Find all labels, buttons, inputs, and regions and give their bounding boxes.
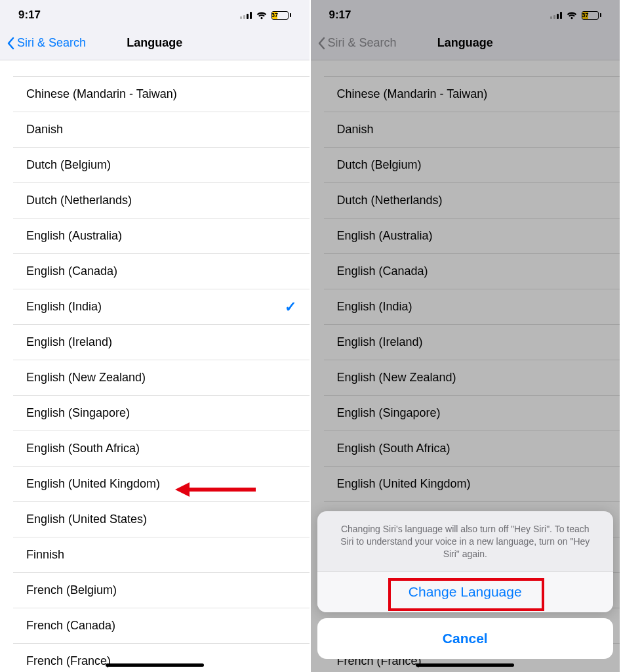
- list-item-label: English (Australia): [26, 229, 122, 243]
- list-item[interactable]: English (South Africa): [324, 431, 620, 467]
- list-item[interactable]: Chinese (Mandarin - Taiwan): [324, 77, 620, 112]
- list-item[interactable]: Dutch (Netherlands): [324, 183, 620, 219]
- language-list-left[interactable]: Chinese (Mandarin - China mainland) Chin…: [0, 60, 310, 672]
- battery-icon: 37: [582, 11, 601, 20]
- list-item[interactable]: English (India)✓: [13, 289, 310, 325]
- list-item[interactable]: Dutch (Netherlands): [13, 183, 310, 219]
- phone-left: 9:17 37 Siri & Search Language Chinese (…: [0, 0, 311, 672]
- list-item[interactable]: English (Australia): [324, 219, 620, 254]
- list-item-label: English (New Zealand): [26, 371, 146, 385]
- clock: 9:17: [329, 9, 351, 22]
- list-item[interactable]: English (Singapore): [13, 396, 310, 431]
- list-item[interactable]: English (Ireland): [13, 325, 310, 360]
- status-icons: 37: [240, 11, 291, 20]
- home-indicator[interactable]: [106, 663, 204, 667]
- cancel-button[interactable]: Cancel: [317, 618, 614, 659]
- list-item-label: Dutch (Belgium): [26, 158, 111, 172]
- list-item-label: English (India): [26, 300, 102, 314]
- list-item-label: Dutch (Netherlands): [337, 194, 443, 207]
- phone-right: 9:17 37 Siri & Search Language Chinese (…: [311, 0, 622, 672]
- list-item-label: English (Australia): [337, 229, 433, 243]
- list-item-label: English (United Kingdom): [26, 477, 160, 491]
- action-sheet: Changing Siri's language will also turn …: [317, 511, 614, 612]
- list-item-label: French (Canada): [26, 619, 115, 633]
- list-item[interactable]: English (South Africa): [13, 431, 310, 467]
- list-item[interactable]: English (New Zealand): [13, 360, 310, 396]
- list-item-label: English (South Africa): [337, 442, 451, 455]
- list-item[interactable]: English (India): [324, 289, 620, 325]
- back-label: Siri & Search: [328, 36, 397, 50]
- checkmark-icon: ✓: [285, 299, 296, 316]
- cellular-icon: [240, 11, 252, 19]
- list-item-label: English (Singapore): [337, 406, 441, 420]
- list-item-label: Chinese (Mandarin - Taiwan): [337, 87, 488, 101]
- home-indicator[interactable]: [416, 663, 514, 667]
- list-item[interactable]: English (United Kingdom): [324, 467, 620, 502]
- list-item-label: English (Canada): [26, 264, 117, 278]
- list-item[interactable]: Dutch (Belgium): [13, 148, 310, 183]
- list-item[interactable]: English (Singapore): [324, 396, 620, 431]
- list-item[interactable]: Chinese (Mandarin - Taiwan): [13, 77, 310, 112]
- list-item-label: Danish: [337, 123, 374, 136]
- list-item[interactable]: Finnish: [13, 537, 310, 573]
- list-item[interactable]: French (Canada): [13, 608, 310, 644]
- list-item[interactable]: English (Canada): [13, 254, 310, 289]
- status-icons: 37: [550, 11, 601, 20]
- list-item-label: Finnish: [26, 548, 64, 562]
- list-item[interactable]: Danish: [13, 112, 310, 148]
- list-item[interactable]: Dutch (Belgium): [324, 148, 620, 183]
- nav-bar: Siri & Search Language: [311, 26, 620, 60]
- list-item-label: English (Singapore): [26, 406, 130, 420]
- list-item-label: English (India): [337, 300, 412, 314]
- wifi-icon: [566, 11, 578, 20]
- battery-icon: 37: [271, 11, 291, 20]
- list-item[interactable]: English (Canada): [324, 254, 620, 289]
- list-item[interactable]: Danish: [324, 112, 620, 148]
- list-item-label: Danish: [26, 123, 63, 136]
- list-item-cut: Chinese (Mandarin - China mainland): [324, 60, 620, 77]
- list-item-label: English (Ireland): [337, 335, 423, 349]
- list-item[interactable]: English (Ireland): [324, 325, 620, 360]
- list-item-label: French (Belgium): [26, 583, 117, 597]
- list-item[interactable]: English (United States): [13, 502, 310, 537]
- change-language-button[interactable]: Change Language: [317, 572, 614, 612]
- list-item-label: English (Canada): [337, 264, 428, 278]
- list-item-label: Dutch (Belgium): [337, 158, 422, 172]
- back-button[interactable]: Siri & Search: [317, 36, 397, 50]
- status-bar: 9:17 37: [0, 0, 310, 26]
- list-item[interactable]: French (Belgium): [13, 573, 310, 608]
- list-item-label: English (United Kingdom): [337, 477, 471, 491]
- list-item[interactable]: English (New Zealand): [324, 360, 620, 396]
- nav-bar: Siri & Search Language: [0, 26, 310, 60]
- list-item-label: English (New Zealand): [337, 371, 456, 385]
- list-item[interactable]: English (United Kingdom): [13, 467, 310, 502]
- clock: 9:17: [18, 9, 41, 22]
- list-item[interactable]: English (Australia): [13, 219, 310, 254]
- list-item-label: English (South Africa): [26, 442, 140, 455]
- wifi-icon: [256, 11, 268, 20]
- list-item[interactable]: French (France): [13, 644, 310, 672]
- sheet-message: Changing Siri's language will also turn …: [317, 511, 614, 572]
- list-item-label: Dutch (Netherlands): [26, 194, 132, 207]
- list-item-cut[interactable]: Chinese (Mandarin - China mainland): [13, 60, 310, 77]
- cellular-icon: [550, 11, 562, 19]
- status-bar: 9:17 37: [311, 0, 620, 26]
- list-item-label: English (United States): [26, 513, 147, 526]
- list-item-label: Chinese (Mandarin - Taiwan): [26, 87, 177, 101]
- back-button[interactable]: Siri & Search: [7, 36, 86, 50]
- back-label: Siri & Search: [17, 36, 86, 50]
- list-item-label: French (France): [26, 654, 111, 668]
- list-item-label: English (Ireland): [26, 335, 112, 349]
